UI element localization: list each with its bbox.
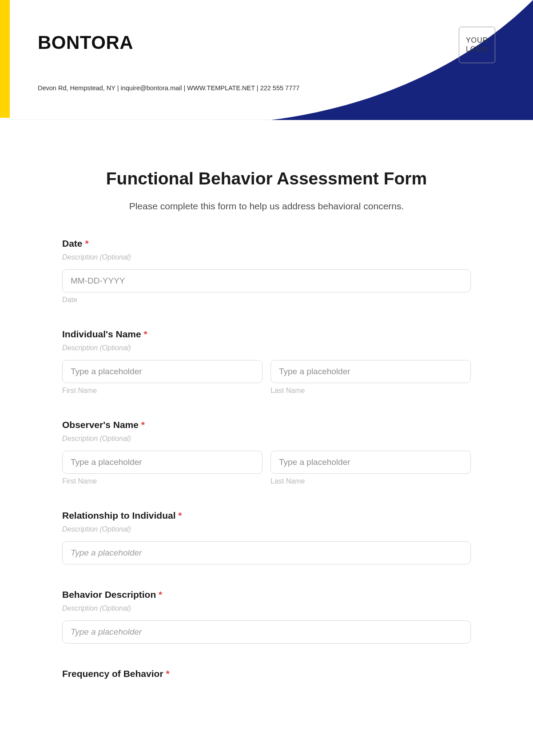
field-observer-name: Observer's Name * Description (Optional)… <box>62 420 471 485</box>
field-label: Behavior Description * <box>62 589 471 600</box>
field-description: Description (Optional) <box>62 525 471 533</box>
required-mark: * <box>141 420 145 430</box>
label-text: Date <box>62 238 83 248</box>
label-text: Relationship to Individual <box>62 510 176 520</box>
sublabel: Date <box>62 296 471 304</box>
label-text: Frequency of Behavior <box>62 668 163 679</box>
label-text: Individual's Name <box>62 329 141 339</box>
contact-line: Devon Rd, Hempstead, NY | inquire@bontor… <box>38 84 299 92</box>
logo-placeholder: YOUR LOGO <box>459 27 495 63</box>
field-label: Individual's Name * <box>62 329 471 340</box>
field-label: Date * <box>62 238 471 249</box>
required-mark: * <box>178 510 182 520</box>
field-description: Description (Optional) <box>62 253 471 261</box>
form-subtitle: Please complete this form to help us add… <box>62 201 471 212</box>
required-mark: * <box>85 238 88 248</box>
field-description: Description (Optional) <box>62 344 471 352</box>
required-mark: * <box>166 668 169 679</box>
observer-first-name-input[interactable] <box>62 451 263 474</box>
brand-logo-text: BONTORA <box>38 32 133 53</box>
field-behavior-description: Behavior Description * Description (Opti… <box>62 589 471 644</box>
page: BONTORA Devon Rd, Hempstead, NY | inquir… <box>0 0 533 756</box>
observer-last-name-input[interactable] <box>270 451 471 474</box>
field-relationship: Relationship to Individual * Description… <box>62 510 471 564</box>
accent-bar <box>0 0 10 118</box>
form-title: Functional Behavior Assessment Form <box>62 169 471 188</box>
field-label: Relationship to Individual * <box>62 510 471 521</box>
field-frequency: Frequency of Behavior * <box>62 668 471 679</box>
sublabel: Last Name <box>270 387 471 395</box>
sublabel: First Name <box>62 477 263 485</box>
individual-first-name-input[interactable] <box>62 360 263 383</box>
form: Functional Behavior Assessment Form Plea… <box>62 120 471 679</box>
label-text: Behavior Description <box>62 589 156 600</box>
required-mark: * <box>144 329 147 339</box>
required-mark: * <box>159 589 162 600</box>
label-text: Observer's Name <box>62 420 139 430</box>
field-date: Date * Description (Optional) Date <box>62 238 471 304</box>
individual-last-name-input[interactable] <box>270 360 471 383</box>
sublabel: Last Name <box>270 477 471 485</box>
field-label: Frequency of Behavior * <box>62 668 471 679</box>
relationship-input[interactable] <box>62 541 471 564</box>
header: BONTORA Devon Rd, Hempstead, NY | inquir… <box>0 0 533 120</box>
date-input[interactable] <box>62 269 471 292</box>
logo-placeholder-text: YOUR LOGO <box>466 36 488 54</box>
sublabel: First Name <box>62 387 263 395</box>
field-individual-name: Individual's Name * Description (Optiona… <box>62 329 471 395</box>
field-description: Description (Optional) <box>62 435 471 443</box>
field-label: Observer's Name * <box>62 420 471 430</box>
behavior-description-input[interactable] <box>62 620 471 644</box>
field-description: Description (Optional) <box>62 604 471 612</box>
